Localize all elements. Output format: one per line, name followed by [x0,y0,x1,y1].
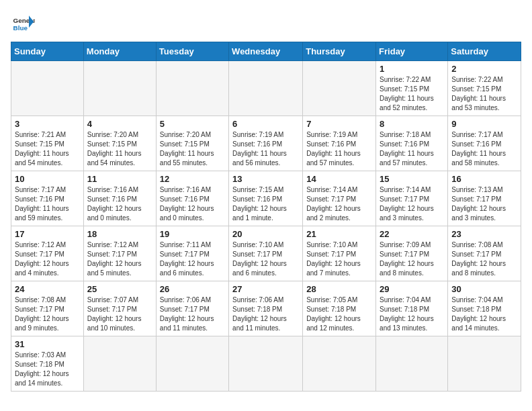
day-info: Sunrise: 7:22 AM Sunset: 7:15 PM Dayligh… [451,75,517,113]
day-cell: 11Sunrise: 7:16 AM Sunset: 7:16 PM Dayli… [83,171,156,226]
day-number: 3 [15,119,80,129]
day-number: 31 [15,339,80,349]
day-number: 26 [160,284,225,294]
day-number: 19 [160,229,225,239]
day-info: Sunrise: 7:04 AM Sunset: 7:18 PM Dayligh… [380,295,444,333]
day-cell: 15Sunrise: 7:14 AM Sunset: 7:17 PM Dayli… [376,171,448,226]
day-cell: 24Sunrise: 7:08 AM Sunset: 7:17 PM Dayli… [11,281,84,336]
day-info: Sunrise: 7:20 AM Sunset: 7:15 PM Dayligh… [160,130,225,168]
day-number: 7 [306,119,372,129]
day-info: Sunrise: 7:21 AM Sunset: 7:15 PM Dayligh… [15,130,80,168]
logo-icon: General Blue [11,11,35,35]
day-number: 6 [232,119,299,129]
day-cell: 25Sunrise: 7:07 AM Sunset: 7:17 PM Dayli… [83,281,156,336]
day-number: 17 [15,229,80,239]
day-info: Sunrise: 7:06 AM Sunset: 7:18 PM Dayligh… [232,295,299,333]
weekday-saturday: Saturday [448,42,521,61]
day-info: Sunrise: 7:03 AM Sunset: 7:18 PM Dayligh… [15,351,80,388]
day-number: 15 [380,174,444,184]
week-row-2: 3Sunrise: 7:21 AM Sunset: 7:15 PM Daylig… [11,116,521,171]
day-cell: 8Sunrise: 7:18 AM Sunset: 7:16 PM Daylig… [376,116,448,171]
day-number: 27 [232,284,299,294]
day-info: Sunrise: 7:17 AM Sunset: 7:16 PM Dayligh… [15,185,80,223]
week-row-4: 17Sunrise: 7:12 AM Sunset: 7:17 PM Dayli… [11,226,521,281]
weekday-friday: Friday [376,42,448,61]
day-cell [448,336,521,392]
day-number: 12 [160,174,225,184]
day-number: 22 [380,229,444,239]
day-info: Sunrise: 7:13 AM Sunset: 7:17 PM Dayligh… [451,185,517,223]
day-number: 18 [87,229,152,239]
day-number: 30 [451,284,517,294]
day-info: Sunrise: 7:10 AM Sunset: 7:17 PM Dayligh… [306,240,372,278]
header: General Blue [11,11,521,35]
day-cell: 28Sunrise: 7:05 AM Sunset: 7:18 PM Dayli… [303,281,376,336]
week-row-6: 31Sunrise: 7:03 AM Sunset: 7:18 PM Dayli… [11,336,521,392]
day-info: Sunrise: 7:22 AM Sunset: 7:15 PM Dayligh… [380,75,444,113]
day-number: 8 [380,119,444,129]
day-cell: 7Sunrise: 7:19 AM Sunset: 7:16 PM Daylig… [303,116,376,171]
day-cell [11,61,84,116]
day-info: Sunrise: 7:15 AM Sunset: 7:16 PM Dayligh… [232,185,299,223]
day-info: Sunrise: 7:12 AM Sunset: 7:17 PM Dayligh… [87,240,152,278]
day-cell [83,336,156,392]
day-info: Sunrise: 7:10 AM Sunset: 7:17 PM Dayligh… [232,240,299,278]
day-number: 23 [451,229,517,239]
day-cell [303,61,376,116]
day-number: 1 [380,64,444,74]
day-cell: 17Sunrise: 7:12 AM Sunset: 7:17 PM Dayli… [11,226,84,281]
day-cell: 9Sunrise: 7:17 AM Sunset: 7:16 PM Daylig… [448,116,521,171]
calendar-table: SundayMondayTuesdayWednesdayThursdayFrid… [11,42,521,392]
day-info: Sunrise: 7:20 AM Sunset: 7:15 PM Dayligh… [87,130,152,168]
day-cell: 13Sunrise: 7:15 AM Sunset: 7:16 PM Dayli… [229,171,303,226]
day-number: 24 [15,284,80,294]
day-info: Sunrise: 7:16 AM Sunset: 7:16 PM Dayligh… [160,185,225,223]
weekday-monday: Monday [83,42,156,61]
week-row-1: 1Sunrise: 7:22 AM Sunset: 7:15 PM Daylig… [11,61,521,116]
day-cell: 21Sunrise: 7:10 AM Sunset: 7:17 PM Dayli… [303,226,376,281]
day-info: Sunrise: 7:09 AM Sunset: 7:17 PM Dayligh… [380,240,444,278]
day-cell: 23Sunrise: 7:08 AM Sunset: 7:17 PM Dayli… [448,226,521,281]
day-number: 28 [306,284,372,294]
day-cell: 16Sunrise: 7:13 AM Sunset: 7:17 PM Dayli… [448,171,521,226]
day-number: 25 [87,284,152,294]
day-info: Sunrise: 7:12 AM Sunset: 7:17 PM Dayligh… [15,240,80,278]
day-info: Sunrise: 7:14 AM Sunset: 7:17 PM Dayligh… [380,185,444,223]
day-number: 29 [380,284,444,294]
day-cell: 31Sunrise: 7:03 AM Sunset: 7:18 PM Dayli… [11,336,84,392]
day-cell: 6Sunrise: 7:19 AM Sunset: 7:16 PM Daylig… [229,116,303,171]
day-cell: 20Sunrise: 7:10 AM Sunset: 7:17 PM Dayli… [229,226,303,281]
week-row-5: 24Sunrise: 7:08 AM Sunset: 7:17 PM Dayli… [11,281,521,336]
day-number: 5 [160,119,225,129]
day-info: Sunrise: 7:18 AM Sunset: 7:16 PM Dayligh… [380,130,444,168]
day-number: 2 [451,64,517,74]
day-info: Sunrise: 7:14 AM Sunset: 7:17 PM Dayligh… [306,185,372,223]
weekday-tuesday: Tuesday [156,42,228,61]
week-row-3: 10Sunrise: 7:17 AM Sunset: 7:16 PM Dayli… [11,171,521,226]
weekday-thursday: Thursday [303,42,376,61]
day-info: Sunrise: 7:04 AM Sunset: 7:18 PM Dayligh… [451,295,517,333]
day-info: Sunrise: 7:11 AM Sunset: 7:17 PM Dayligh… [160,240,225,278]
day-info: Sunrise: 7:07 AM Sunset: 7:17 PM Dayligh… [87,295,152,333]
day-info: Sunrise: 7:19 AM Sunset: 7:16 PM Dayligh… [232,130,299,168]
day-cell [156,61,228,116]
weekday-sunday: Sunday [11,42,84,61]
day-number: 20 [232,229,299,239]
day-number: 9 [451,119,517,129]
day-cell: 12Sunrise: 7:16 AM Sunset: 7:16 PM Dayli… [156,171,228,226]
day-number: 13 [232,174,299,184]
day-cell [229,61,303,116]
day-number: 4 [87,119,152,129]
day-number: 11 [87,174,152,184]
day-cell: 29Sunrise: 7:04 AM Sunset: 7:18 PM Dayli… [376,281,448,336]
day-cell [83,61,156,116]
logo: General Blue [11,11,38,35]
day-cell [376,336,448,392]
day-cell [156,336,228,392]
calendar-body: 1Sunrise: 7:22 AM Sunset: 7:15 PM Daylig… [11,61,521,392]
day-info: Sunrise: 7:17 AM Sunset: 7:16 PM Dayligh… [451,130,517,168]
day-info: Sunrise: 7:08 AM Sunset: 7:17 PM Dayligh… [15,295,80,333]
day-cell: 18Sunrise: 7:12 AM Sunset: 7:17 PM Dayli… [83,226,156,281]
day-cell: 5Sunrise: 7:20 AM Sunset: 7:15 PM Daylig… [156,116,228,171]
day-info: Sunrise: 7:08 AM Sunset: 7:17 PM Dayligh… [451,240,517,278]
